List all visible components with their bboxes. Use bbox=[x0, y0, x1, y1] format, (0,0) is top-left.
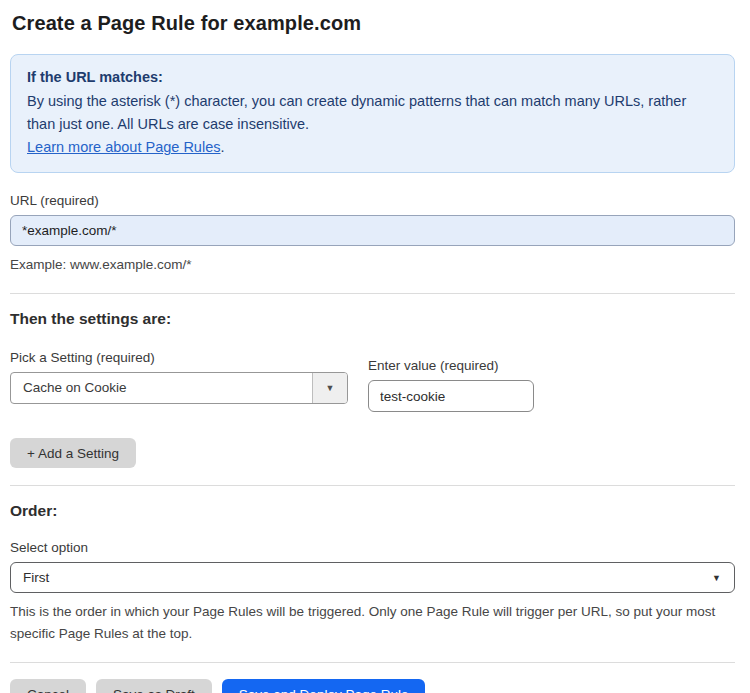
divider bbox=[10, 485, 735, 486]
url-match-info-box: If the URL matches: By using the asteris… bbox=[10, 54, 735, 173]
save-draft-button[interactable]: Save as Draft bbox=[96, 679, 212, 693]
add-setting-button[interactable]: + Add a Setting bbox=[10, 438, 136, 468]
page-rule-form: Create a Page Rule for example.com If th… bbox=[0, 0, 750, 693]
setting-value-label: Enter value (required) bbox=[368, 358, 534, 373]
order-select[interactable]: First ▼ bbox=[10, 562, 735, 593]
order-section-heading: Order: bbox=[10, 502, 735, 520]
setting-picker-label: Pick a Setting (required) bbox=[10, 350, 348, 365]
settings-row: Pick a Setting (required) Cache on Cooki… bbox=[10, 350, 735, 412]
setting-picker-dropdown[interactable]: Cache on Cookie ▼ bbox=[10, 372, 348, 404]
url-example-text: Example: www.example.com/* bbox=[10, 254, 735, 276]
url-field-label: URL (required) bbox=[10, 193, 735, 208]
info-box-link-line: Learn more about Page Rules. bbox=[27, 136, 718, 159]
setting-value-column: Enter value (required) bbox=[368, 358, 534, 412]
divider bbox=[10, 293, 735, 294]
setting-picker-arrow-button[interactable]: ▼ bbox=[312, 373, 347, 403]
setting-picker-value: Cache on Cookie bbox=[11, 373, 312, 403]
chevron-down-icon: ▼ bbox=[326, 384, 335, 393]
chevron-down-icon: ▼ bbox=[712, 573, 721, 582]
setting-picker-column: Pick a Setting (required) Cache on Cooki… bbox=[10, 350, 348, 404]
divider bbox=[10, 662, 735, 663]
cancel-button[interactable]: Cancel bbox=[10, 679, 86, 693]
url-input[interactable] bbox=[10, 215, 735, 246]
order-helper-text: This is the order in which your Page Rul… bbox=[10, 601, 735, 645]
info-box-body: By using the asterisk (*) character, you… bbox=[27, 90, 718, 136]
setting-value-input[interactable] bbox=[368, 380, 534, 412]
order-select-label: Select option bbox=[10, 540, 735, 555]
page-title: Create a Page Rule for example.com bbox=[12, 12, 735, 35]
order-select-value: First bbox=[23, 570, 49, 585]
link-period: . bbox=[220, 139, 224, 155]
settings-section-heading: Then the settings are: bbox=[10, 310, 735, 328]
footer-button-row: Cancel Save as Draft Save and Deploy Pag… bbox=[10, 679, 735, 693]
info-box-heading: If the URL matches: bbox=[27, 66, 718, 89]
learn-more-link[interactable]: Learn more about Page Rules bbox=[27, 139, 220, 155]
save-deploy-button[interactable]: Save and Deploy Page Rule bbox=[222, 679, 426, 693]
